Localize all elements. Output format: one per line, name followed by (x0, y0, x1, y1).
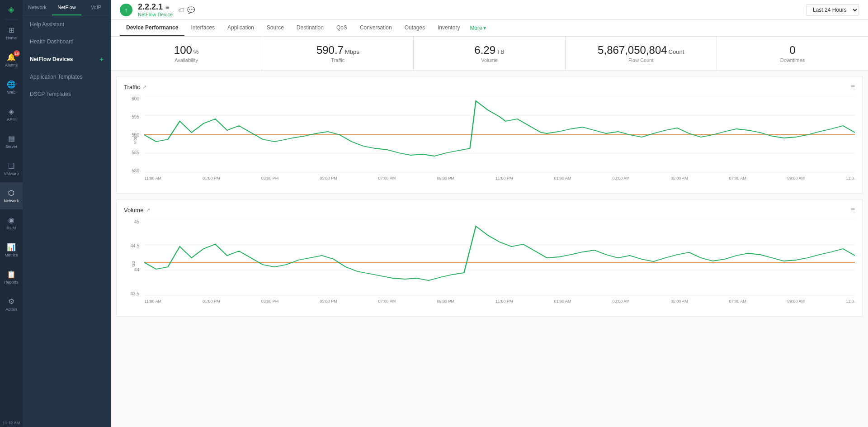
tab-interfaces[interactable]: Interfaces (184, 20, 221, 36)
volume-svg (144, 219, 855, 296)
traffic-chart-area (144, 96, 855, 173)
sidebar-tab-netflow[interactable]: NetFlow (52, 0, 81, 15)
time-range-dropdown[interactable]: Last 24 Hours Last 1 Hour Last 3 Hours L… (806, 4, 859, 16)
sidebar-tab-voip[interactable]: VoIP (81, 0, 111, 15)
time-range-selector[interactable]: Last 24 Hours Last 1 Hour Last 3 Hours L… (806, 4, 859, 16)
tab-conversation[interactable]: Conversation (354, 20, 398, 36)
tab-application[interactable]: Application (221, 20, 260, 36)
web-icon: 🌐 (7, 80, 16, 89)
metrics-icon: 📊 (7, 243, 16, 251)
home-icon: ⊞ (9, 26, 14, 34)
volume-x-labels: 11:00 AM 01:00 PM 03:00 PM 05:00 PM 07:0… (144, 297, 855, 310)
traffic-chart: 600 595 590 585 580 Mbps (124, 96, 855, 187)
sidebar-item-dscp[interactable]: DSCP Templates (23, 85, 111, 103)
nav-apm[interactable]: ◈ APM (0, 101, 23, 128)
volume-chart-section: Volume ↗ ≡ 45 44.5 44 43.5 GB (116, 199, 863, 317)
nav-server[interactable]: ▦ Server (0, 128, 23, 155)
traffic-svg (144, 96, 855, 173)
nav-alarms-label: Alarms (5, 63, 18, 67)
rum-icon: ◉ (8, 216, 14, 224)
sidebar-netflow-label: NetFlow Devices (30, 56, 73, 62)
traffic-external-icon[interactable]: ↗ (142, 84, 146, 90)
traffic-chart-menu[interactable]: ≡ (851, 83, 855, 91)
nav-server-label: Server (5, 144, 18, 149)
sidebar-item-app-templates[interactable]: Application Templates (23, 68, 111, 85)
tab-inventory[interactable]: Inventory (431, 20, 466, 36)
tab-destination[interactable]: Destination (290, 20, 330, 36)
volume-y-axis-label: GB (131, 261, 136, 267)
stats-bar: 100 % Availability 590.7 Mbps Traffic 6.… (111, 37, 868, 71)
device-header: ↑ 2.2.2.1 ≡ NetFlow Device 🏷 💬 (120, 2, 195, 17)
nav-metrics-label: Metrics (5, 253, 18, 257)
volume-chart-menu[interactable]: ≡ (851, 206, 855, 214)
current-time: 11:32 AM (0, 419, 23, 427)
tab-more[interactable]: More ▾ (466, 20, 489, 36)
nav-admin[interactable]: ⚙ Admin (0, 291, 23, 318)
volume-value: 6.29 TB (423, 44, 556, 57)
device-menu-icon[interactable]: ≡ (165, 4, 169, 11)
sidebar-tab-bar: Network NetFlow VoIP (23, 0, 111, 16)
nav-network[interactable]: ⬡ Network (0, 182, 23, 209)
alarms-badge: 18 (14, 50, 20, 57)
traffic-chart-section: Traffic ↗ ≡ 600 595 590 585 580 Mbps (116, 76, 863, 194)
nav-web-label: Web (7, 90, 15, 95)
nav-web[interactable]: 🌐 Web (0, 74, 23, 101)
main-content: ↑ 2.2.2.1 ≡ NetFlow Device 🏷 💬 Last 24 H… (111, 0, 868, 427)
sidebar: Network NetFlow VoIP Help Assistant Heal… (23, 0, 111, 427)
nav-vmware-label: VMware (4, 171, 19, 176)
nav-alarms[interactable]: 18 🔔 Alarms (0, 47, 23, 74)
nav-metrics[interactable]: 📊 Metrics (0, 237, 23, 264)
sidebar-item-health[interactable]: Health Dashboard (23, 33, 111, 50)
volume-chart: 45 44.5 44 43.5 GB (124, 219, 855, 310)
tab-source[interactable]: Source (260, 20, 290, 36)
nav-reports-label: Reports (4, 280, 19, 285)
traffic-x-labels: 11:00 AM 01:00 PM 03:00 PM 05:00 PM 07:0… (144, 174, 855, 187)
nav-rum-label: RUM (7, 226, 16, 230)
nav-admin-label: Admin (5, 307, 17, 312)
tab-outages[interactable]: Outages (398, 20, 431, 36)
tab-more-chevron: ▾ (483, 25, 486, 31)
topbar: ↑ 2.2.2.1 ≡ NetFlow Device 🏷 💬 Last 24 H… (111, 0, 868, 20)
charts-area: Traffic ↗ ≡ 600 595 590 585 580 Mbps (111, 71, 868, 427)
volume-external-icon[interactable]: ↗ (146, 207, 150, 213)
logo-area: ◈ (5, 0, 18, 19)
nav-home-label: Home (6, 36, 17, 40)
device-type[interactable]: NetFlow Device (138, 12, 173, 17)
nav-home[interactable]: ⊞ Home (0, 19, 23, 47)
sidebar-app-templates-label: Application Templates (30, 74, 83, 80)
stat-flow-count: 5,867,050,804 Count Flow Count (566, 37, 717, 70)
nav-reports[interactable]: 📋 Reports (0, 264, 23, 291)
sidebar-dscp-label: DSCP Templates (30, 91, 71, 97)
device-action-icons: 🏷 💬 (178, 6, 195, 14)
nav-network-label: Network (4, 199, 19, 203)
nav-vmware[interactable]: ❑ VMware (0, 155, 23, 182)
tag-icon[interactable]: 🏷 (178, 6, 184, 14)
network-icon: ⬡ (8, 189, 14, 197)
volume-chart-area (144, 219, 855, 296)
add-netflow-device-button[interactable]: + (100, 56, 104, 63)
tab-more-label: More (470, 25, 482, 31)
nav-rum[interactable]: ◉ RUM (0, 209, 23, 237)
traffic-value: 590.7 Mbps (271, 44, 404, 57)
sidebar-item-netflow-devices[interactable]: NetFlow Devices + (23, 50, 111, 68)
reports-icon: 📋 (7, 270, 16, 279)
tab-device-performance[interactable]: Device Performance (120, 20, 184, 36)
sidebar-tab-network[interactable]: Network (23, 0, 52, 15)
tab-bar: Device Performance Interfaces Applicatio… (111, 20, 868, 37)
server-icon: ▦ (8, 134, 15, 143)
flow-count-value: 5,867,050,804 Count (575, 44, 708, 57)
nav-apm-label: APM (7, 117, 16, 122)
sidebar-item-help[interactable]: Help Assistant (23, 16, 111, 33)
stat-traffic: 590.7 Mbps Traffic (262, 37, 414, 70)
device-name: 2.2.2.1 (138, 2, 163, 12)
device-status-indicator: ↑ (120, 4, 132, 16)
logo-icon: ◈ (8, 5, 14, 14)
device-info: 2.2.2.1 ≡ NetFlow Device (138, 2, 173, 17)
sidebar-health-label: Health Dashboard (30, 38, 74, 45)
downtimes-value: 0 (726, 44, 859, 57)
volume-y-labels: 45 44.5 44 43.5 (124, 219, 142, 296)
chat-icon[interactable]: 💬 (187, 6, 195, 14)
availability-value: 100 % (120, 44, 253, 57)
stat-volume: 6.29 TB Volume (414, 37, 565, 70)
tab-qos[interactable]: QoS (330, 20, 354, 36)
